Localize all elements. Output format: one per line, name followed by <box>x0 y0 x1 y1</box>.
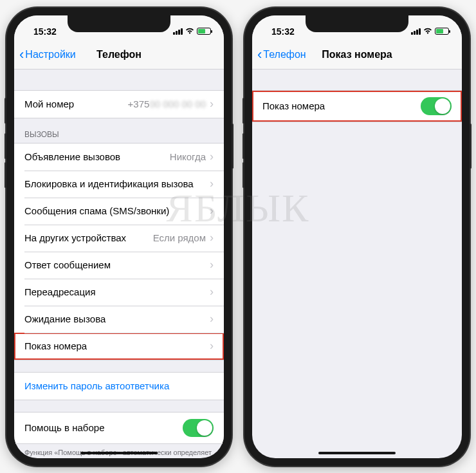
show-caller-id-label: Показ номера <box>262 100 325 111</box>
announce-calls-row[interactable]: Объявление вызовов Никогда › <box>14 144 224 171</box>
chevron-right-icon: › <box>210 97 214 111</box>
my-number-value: +37500 000 00 00 <box>128 98 206 109</box>
call-waiting-row[interactable]: Ожидание вызова › <box>14 306 224 333</box>
call-blocking-label: Блокировка и идентификация вызова <box>24 178 194 189</box>
chevron-right-icon: › <box>210 312 214 326</box>
call-forwarding-row[interactable]: Переадресация › <box>14 279 224 306</box>
chevron-right-icon: › <box>210 177 214 190</box>
back-button[interactable]: ‹ Настройки <box>19 46 76 63</box>
dial-assist-toggle[interactable] <box>183 419 214 437</box>
chevron-right-icon: › <box>210 258 214 272</box>
voicemail-group: Изменить пароль автоответчика <box>14 372 224 400</box>
respond-with-text-label: Ответ сообщением <box>24 259 111 270</box>
nav-bar: ‹ Телефон Показ номера <box>252 41 462 70</box>
page-title: Показ номера <box>322 49 392 60</box>
dial-assist-row[interactable]: Помощь в наборе <box>14 413 224 443</box>
call-waiting-label: Ожидание вызова <box>24 313 105 324</box>
show-caller-id-toggle[interactable] <box>421 97 452 115</box>
show-caller-id-row[interactable]: Показ номера › <box>14 333 224 360</box>
dial-assist-footer: Функция «Помощь в наборе» автоматически … <box>14 444 224 458</box>
calls-group: Объявление вызовов Никогда › Блокировка … <box>14 143 224 360</box>
chevron-right-icon: › <box>210 231 214 245</box>
screen: 15:32 ‹ Настройки Телефон Мой номер <box>14 15 224 458</box>
chevron-right-icon: › <box>210 339 214 353</box>
status-indicators <box>173 27 211 36</box>
respond-with-text-row[interactable]: Ответ сообщением › <box>14 252 224 279</box>
notch <box>306 15 408 32</box>
chevron-left-icon: ‹ <box>19 46 24 63</box>
notch <box>68 15 170 32</box>
caller-id-group: Показ номера <box>252 90 462 122</box>
settings-content[interactable]: Показ номера <box>252 70 462 458</box>
dial-assist-group: Помощь в наборе <box>14 412 224 444</box>
nav-bar: ‹ Настройки Телефон <box>14 41 224 70</box>
chevron-right-icon: › <box>210 204 214 218</box>
battery-icon <box>197 28 211 35</box>
my-number-group: Мой номер +37500 000 00 00 › <box>14 90 224 118</box>
my-number-label: Мой номер <box>24 98 74 109</box>
status-indicators <box>411 27 449 36</box>
show-caller-id-label: Показ номера <box>24 340 87 351</box>
page-title: Телефон <box>96 49 142 60</box>
cellular-signal-icon <box>173 28 183 35</box>
other-devices-row[interactable]: На других устройствах Если рядом › <box>14 225 224 252</box>
battery-icon <box>435 28 449 35</box>
chevron-left-icon: ‹ <box>257 46 262 63</box>
chevron-right-icon: › <box>210 150 214 163</box>
settings-content[interactable]: Мой номер +37500 000 00 00 › ВЫЗОВЫ Объя… <box>14 70 224 458</box>
status-time: 15:32 <box>33 26 57 37</box>
screen: 15:32 ‹ Телефон Показ номера Показ номер… <box>252 15 462 458</box>
change-voicemail-password-row[interactable]: Изменить пароль автоответчика <box>14 373 224 400</box>
back-button[interactable]: ‹ Телефон <box>257 46 306 63</box>
dial-assist-label: Помощь в наборе <box>24 422 104 433</box>
call-blocking-row[interactable]: Блокировка и идентификация вызова › <box>14 171 224 198</box>
spam-reports-row[interactable]: Сообщения спама (SMS/звонки) › <box>14 198 224 225</box>
section-calls-header: ВЫЗОВЫ <box>14 118 224 143</box>
phone-left: 15:32 ‹ Настройки Телефон Мой номер <box>6 8 232 466</box>
call-forwarding-label: Переадресация <box>24 286 96 297</box>
home-indicator[interactable] <box>80 452 158 454</box>
spam-reports-label: Сообщения спама (SMS/звонки) <box>24 205 169 216</box>
my-number-row[interactable]: Мой номер +37500 000 00 00 › <box>14 91 224 118</box>
announce-calls-label: Объявление вызовов <box>24 151 120 162</box>
change-voicemail-password-label: Изменить пароль автоответчика <box>24 380 169 391</box>
wifi-icon <box>423 27 432 36</box>
back-label: Телефон <box>263 49 306 60</box>
home-indicator[interactable] <box>318 452 396 454</box>
back-label: Настройки <box>25 49 75 60</box>
phone-right: 15:32 ‹ Телефон Показ номера Показ номер… <box>244 8 470 466</box>
announce-calls-value: Никогда <box>170 151 206 162</box>
wifi-icon <box>185 27 194 36</box>
status-time: 15:32 <box>271 26 295 37</box>
other-devices-value: Если рядом <box>153 232 206 243</box>
chevron-right-icon: › <box>210 285 214 299</box>
show-caller-id-row[interactable]: Показ номера <box>252 91 462 122</box>
cellular-signal-icon <box>411 28 421 35</box>
other-devices-label: На других устройствах <box>24 232 126 243</box>
